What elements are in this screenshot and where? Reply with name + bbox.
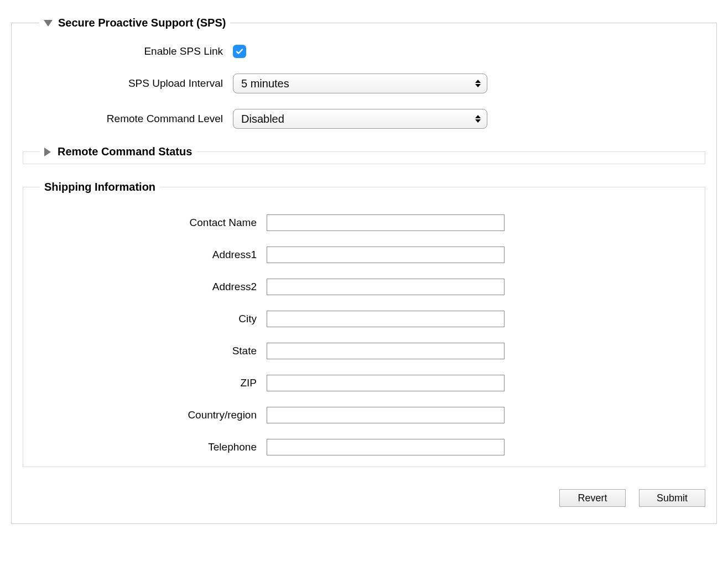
remote-command-level-label: Remote Command Level xyxy=(23,113,233,125)
shipping-section-header: Shipping Information xyxy=(40,181,160,193)
upload-interval-row: SPS Upload Interval 5 minutes xyxy=(23,74,705,93)
country-row: Country/region xyxy=(34,407,694,423)
zip-label: ZIP xyxy=(34,377,267,389)
upload-interval-select-wrap: 5 minutes xyxy=(233,74,487,93)
address2-row: Address2 xyxy=(34,279,694,295)
remote-command-level-select-wrap: Disabled xyxy=(233,109,487,129)
address2-label: Address2 xyxy=(34,281,267,293)
submit-button[interactable]: Submit xyxy=(639,489,705,507)
address1-row: Address1 xyxy=(34,247,694,263)
sps-section: Secure Proactive Support (SPS) Enable SP… xyxy=(11,17,717,524)
remote-command-status-title: Remote Command Status xyxy=(58,145,192,158)
button-bar: Revert Submit xyxy=(23,489,705,507)
country-label: Country/region xyxy=(34,409,267,421)
telephone-label: Telephone xyxy=(34,441,267,453)
upload-interval-select[interactable]: 5 minutes xyxy=(233,74,487,93)
shipping-section-title: Shipping Information xyxy=(44,181,155,193)
state-input[interactable] xyxy=(267,343,505,359)
address2-input[interactable] xyxy=(267,279,505,295)
contact-name-input[interactable] xyxy=(267,214,505,231)
remote-command-status-section: Remote Command Status xyxy=(23,145,705,164)
country-input[interactable] xyxy=(267,407,505,423)
telephone-input[interactable] xyxy=(267,439,505,455)
address1-label: Address1 xyxy=(34,249,267,261)
city-label: City xyxy=(34,313,267,325)
address1-input[interactable] xyxy=(267,247,505,263)
enable-sps-checkbox[interactable] xyxy=(233,45,246,58)
sps-section-title: Secure Proactive Support (SPS) xyxy=(58,17,226,29)
zip-input[interactable] xyxy=(267,375,505,391)
revert-button[interactable]: Revert xyxy=(559,489,626,507)
telephone-row: Telephone xyxy=(34,439,694,455)
remote-command-status-header[interactable]: Remote Command Status xyxy=(40,145,196,158)
disclosure-down-icon xyxy=(44,20,53,27)
city-input[interactable] xyxy=(267,311,505,327)
sps-section-header[interactable]: Secure Proactive Support (SPS) xyxy=(39,17,230,29)
check-icon xyxy=(235,47,244,56)
contact-name-label: Contact Name xyxy=(34,217,267,229)
remote-command-level-select[interactable]: Disabled xyxy=(233,109,487,129)
shipping-section: Shipping Information Contact Name Addres… xyxy=(23,181,705,467)
zip-row: ZIP xyxy=(34,375,694,391)
contact-name-row: Contact Name xyxy=(34,214,694,231)
state-row: State xyxy=(34,343,694,359)
disclosure-right-icon xyxy=(44,148,51,156)
enable-sps-row: Enable SPS Link xyxy=(23,45,705,58)
upload-interval-label: SPS Upload Interval xyxy=(23,77,233,90)
state-label: State xyxy=(34,345,267,357)
city-row: City xyxy=(34,311,694,327)
enable-sps-label: Enable SPS Link xyxy=(23,45,233,57)
remote-command-level-row: Remote Command Level Disabled xyxy=(23,109,705,129)
